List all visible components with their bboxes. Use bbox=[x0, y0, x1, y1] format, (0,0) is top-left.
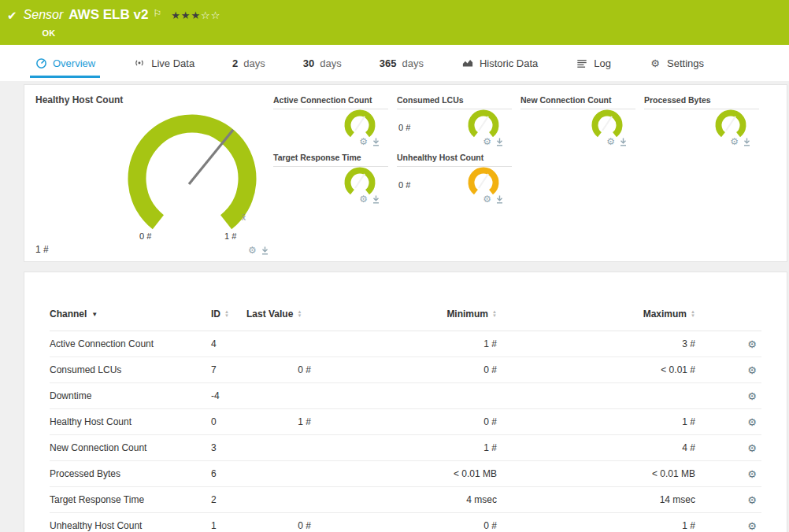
channel-settings-gear-icon[interactable]: ⚙ bbox=[747, 520, 757, 532]
small-gauge[interactable]: Processed Bytes ⚙ bbox=[644, 91, 768, 149]
small-gauges-grid: Active Connection Count ⚙ Consumed LCUs … bbox=[273, 91, 768, 206]
cell-channel-id: -4 bbox=[211, 390, 246, 401]
stars-empty-icon[interactable]: ☆☆ bbox=[201, 9, 220, 21]
channel-settings-gear-icon[interactable]: ⚙ bbox=[747, 364, 757, 376]
cell-channel-name: Target Response Time bbox=[50, 494, 211, 505]
gauge-needle bbox=[479, 174, 488, 188]
small-gauge[interactable]: New Connection Count ⚙ bbox=[520, 91, 644, 149]
gear-icon[interactable]: ⚙ bbox=[483, 137, 491, 146]
primary-gauge-config: ⚙ bbox=[248, 246, 269, 255]
column-header-maximum[interactable]: Maximum ▲▼ bbox=[497, 308, 695, 320]
tab-overview[interactable]: Overview bbox=[35, 45, 95, 81]
minimum-header-label: Minimum bbox=[446, 308, 488, 320]
sort-icon: ▲▼ bbox=[691, 310, 695, 318]
small-gauge-config: ⚙ bbox=[359, 137, 380, 146]
small-gauge[interactable]: Target Response Time ⚙ bbox=[273, 149, 397, 206]
pin-icon[interactable] bbox=[620, 138, 627, 146]
column-header-last-value[interactable]: Last Value ▲▼ bbox=[246, 308, 311, 320]
primary-gauge-scale-max: 1 # bbox=[224, 231, 236, 241]
channel-table-row: Healthy Host Count 0 1 # 0 # 1 # ⚙ bbox=[50, 409, 761, 435]
tab-2-days[interactable]: 2 days bbox=[232, 45, 265, 81]
gauge-needle bbox=[726, 116, 735, 131]
tab-365-days-number: 365 bbox=[380, 57, 397, 69]
small-gauge-value: 0 # bbox=[398, 180, 410, 190]
cell-channel-id: 2 bbox=[211, 494, 246, 505]
tab-log-label: Log bbox=[594, 57, 611, 69]
sort-icon: ▲▼ bbox=[224, 310, 229, 318]
tab-30-days-number: 30 bbox=[303, 57, 314, 69]
small-gauge-config: ⚙ bbox=[606, 137, 627, 146]
pin-icon[interactable] bbox=[496, 138, 503, 146]
small-gauge-title: Active Connection Count bbox=[273, 91, 397, 105]
tab-overview-label: Overview bbox=[53, 57, 95, 69]
channel-settings-gear-icon[interactable]: ⚙ bbox=[747, 494, 757, 506]
cell-channel-name: Healthy Host Count bbox=[50, 416, 211, 427]
channel-settings-gear-icon[interactable]: ⚙ bbox=[747, 442, 757, 454]
cell-minimum: 0 # bbox=[311, 520, 497, 531]
cell-minimum: < 0.01 MB bbox=[311, 468, 497, 479]
channel-settings-gear-icon[interactable]: ⚙ bbox=[747, 468, 757, 480]
average-marker: x̄ bbox=[242, 213, 246, 222]
gear-icon[interactable]: ⚙ bbox=[730, 137, 739, 146]
small-gauge[interactable]: Unhealthy Host Count 0 # ⚙ bbox=[397, 149, 520, 206]
cell-channel-name: Active Connection Count bbox=[50, 338, 211, 349]
column-header-id[interactable]: ID ▲▼ bbox=[211, 308, 246, 320]
tab-bar: Overview Live Data 2 days 30 days 365 da… bbox=[0, 45, 789, 81]
channel-settings-gear-icon[interactable]: ⚙ bbox=[747, 338, 757, 350]
live-data-broadcast-icon bbox=[133, 57, 146, 69]
gear-icon[interactable]: ⚙ bbox=[606, 137, 615, 146]
cell-maximum: 1 # bbox=[497, 520, 695, 531]
tab-historic-data-label: Historic Data bbox=[480, 57, 538, 69]
gear-icon[interactable]: ⚙ bbox=[359, 194, 368, 204]
gear-icon[interactable]: ⚙ bbox=[359, 137, 368, 146]
cell-last-value: 1 # bbox=[246, 416, 311, 427]
channels-table-panel: Channel ▼ ID ▲▼ Last Value ▲▼ Minimum ▲▼… bbox=[24, 272, 787, 532]
gauge-needle bbox=[355, 174, 365, 188]
small-gauge-config: ⚙ bbox=[483, 194, 503, 204]
tab-settings-label: Settings bbox=[667, 57, 704, 69]
cell-channel-id: 7 bbox=[211, 364, 246, 375]
tab-2-days-word: days bbox=[243, 57, 265, 69]
tab-365-days[interactable]: 365 days bbox=[380, 45, 424, 81]
channel-table-row: Target Response Time 2 4 msec 14 msec ⚙ bbox=[50, 487, 761, 513]
tab-log[interactable]: Log bbox=[576, 45, 611, 81]
overview-gauge-icon bbox=[35, 57, 47, 69]
cell-channel-name: Downtime bbox=[50, 390, 211, 401]
channel-settings-gear-icon[interactable]: ⚙ bbox=[747, 416, 757, 428]
small-gauge[interactable]: Consumed LCUs 0 # ⚙ bbox=[397, 91, 520, 149]
tab-30-days[interactable]: 30 days bbox=[303, 45, 342, 81]
pin-icon[interactable] bbox=[372, 195, 380, 204]
cell-actions: ⚙ bbox=[695, 390, 763, 402]
pin-icon[interactable] bbox=[496, 195, 503, 204]
cell-last-value: 0 # bbox=[246, 520, 311, 531]
flag-icon[interactable]: ⚐ bbox=[153, 8, 161, 19]
cell-channel-id: 4 bbox=[211, 338, 246, 349]
cell-actions: ⚙ bbox=[695, 416, 763, 428]
main-content: Healthy Host Count x̄ 0 # 1 # 1 # ⚙ Acti… bbox=[0, 81, 789, 532]
channel-settings-gear-icon[interactable]: ⚙ bbox=[747, 390, 757, 402]
sensor-banner: ✔ Sensor AWS ELB v2 ⚐ ★★★☆☆ OK bbox=[0, 0, 789, 45]
cell-maximum: 14 msec bbox=[497, 494, 695, 505]
pin-icon[interactable] bbox=[372, 138, 380, 146]
cell-maximum: < 0.01 # bbox=[497, 364, 695, 375]
gauge-needle bbox=[479, 116, 488, 131]
tab-settings[interactable]: ⚙ Settings bbox=[649, 45, 704, 81]
stars-filled-icon[interactable]: ★★★ bbox=[171, 9, 201, 21]
cell-minimum: 1 # bbox=[311, 442, 497, 453]
pin-icon[interactable] bbox=[743, 138, 750, 146]
column-header-channel[interactable]: Channel ▼ bbox=[50, 308, 211, 320]
cell-minimum: 0 # bbox=[311, 364, 497, 375]
priority-stars[interactable]: ★★★☆☆ bbox=[171, 9, 220, 21]
column-header-minimum[interactable]: Minimum ▲▼ bbox=[311, 308, 497, 320]
tab-live-data[interactable]: Live Data bbox=[133, 45, 194, 81]
gauge-needle bbox=[355, 116, 365, 131]
small-gauge-value: 0 # bbox=[398, 123, 410, 132]
pin-icon[interactable] bbox=[261, 246, 269, 255]
tab-30-days-word: days bbox=[320, 57, 341, 69]
gear-icon[interactable]: ⚙ bbox=[483, 194, 491, 204]
gauge-needle bbox=[602, 116, 612, 131]
cell-channel-id: 3 bbox=[211, 442, 246, 453]
tab-historic-data[interactable]: Historic Data bbox=[461, 45, 538, 81]
small-gauge[interactable]: Active Connection Count ⚙ bbox=[273, 91, 397, 149]
gear-icon[interactable]: ⚙ bbox=[248, 246, 257, 255]
